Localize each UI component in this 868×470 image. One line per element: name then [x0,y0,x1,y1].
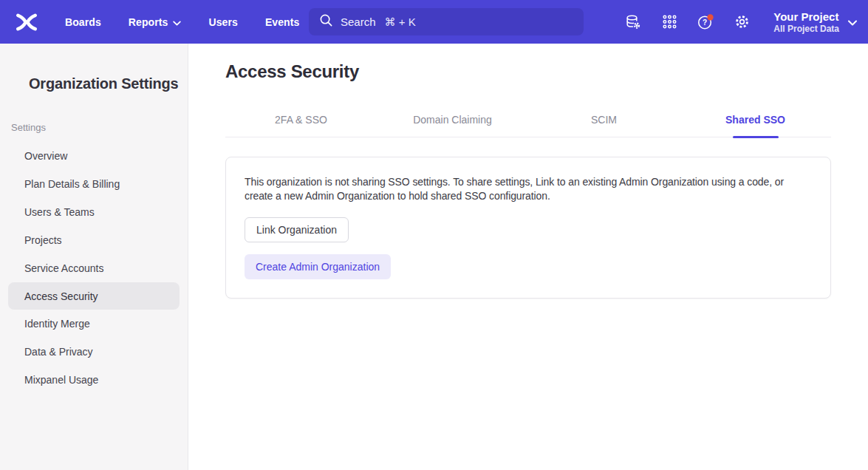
search-shortcut-hint: ⌘ + K [385,16,416,29]
sidebar-item-overview[interactable]: Overview [0,142,188,170]
navbar-actions: ? Your Project All Project Data [624,0,857,44]
tab-label: 2FA & SSO [275,114,327,126]
nav-item-users[interactable]: Users [208,16,237,28]
chevron-down-icon [848,16,857,29]
shared-sso-description: This organization is not sharing SSO set… [245,175,812,204]
project-switcher[interactable]: Your Project All Project Data [773,10,857,34]
sidebar-item-mixpanel-usage[interactable]: Mixpanel Usage [0,366,188,394]
nav-item-label: Users [208,16,237,28]
help-icon[interactable]: ? [697,13,714,31]
sidebar-title: Organization Settings [0,75,188,92]
tab-domain-claiming[interactable]: Domain Claiming [377,108,528,137]
tab-scim[interactable]: SCIM [528,108,680,137]
nav-item-boards[interactable]: Boards [65,16,101,28]
link-organization-button[interactable]: Link Organization [245,217,349,242]
nav-item-label: Reports [129,16,168,28]
svg-text:?: ? [703,18,707,27]
search-input[interactable]: Search ⌘ + K [309,8,584,35]
sidebar-nav: Overview Plan Details & Billing Users & … [0,142,188,394]
sidebar-item-users-teams[interactable]: Users & Teams [0,198,188,226]
project-scope: All Project Data [773,24,839,34]
sidebar-item-service-accounts[interactable]: Service Accounts [0,254,188,282]
primary-nav: Boards Reports Users Events [65,16,327,28]
sidebar-item-projects[interactable]: Projects [0,226,188,254]
sidebar-item-data-privacy[interactable]: Data & Privacy [0,338,188,366]
sidebar-section-label: Settings [0,122,188,133]
nav-item-events[interactable]: Events [265,16,300,28]
settings-gear-icon[interactable] [733,13,751,31]
apps-grid-icon[interactable] [660,13,678,31]
top-navbar: Boards Reports Users Events Search ⌘ + K [0,0,868,44]
project-name: Your Project [773,10,839,24]
tabs: 2FA & SSO Domain Claiming SCIM Shared SS… [225,108,831,137]
settings-sidebar: Organization Settings Settings Overview … [0,44,188,470]
nav-item-label: Events [265,16,300,28]
sidebar-item-access-security[interactable]: Access Security [8,282,180,310]
tab-label: Domain Claiming [413,114,492,126]
tab-label: SCIM [591,114,617,126]
mixpanel-logo-icon[interactable] [16,13,38,31]
notification-badge [708,14,714,20]
search-icon [319,13,333,30]
sidebar-item-plan-details-billing[interactable]: Plan Details & Billing [0,170,188,198]
tab-2fa-sso[interactable]: 2FA & SSO [225,108,377,137]
main-content: Access Security 2FA & SSO Domain Claimin… [188,44,868,470]
tab-label: Shared SSO [725,114,785,126]
tab-shared-sso[interactable]: Shared SSO [680,108,831,137]
shared-sso-card: This organization is not sharing SSO set… [225,157,831,299]
chevron-down-icon [173,16,181,28]
nav-item-label: Boards [65,16,101,28]
nav-item-reports[interactable]: Reports [129,16,182,28]
active-tab-underline [733,136,779,138]
search-placeholder: Search [341,16,376,28]
create-admin-organization-button[interactable]: Create Admin Organization [245,254,391,279]
data-management-icon[interactable] [624,13,642,31]
page-title: Access Security [225,61,831,82]
sidebar-item-identity-merge[interactable]: Identity Merge [0,310,188,338]
